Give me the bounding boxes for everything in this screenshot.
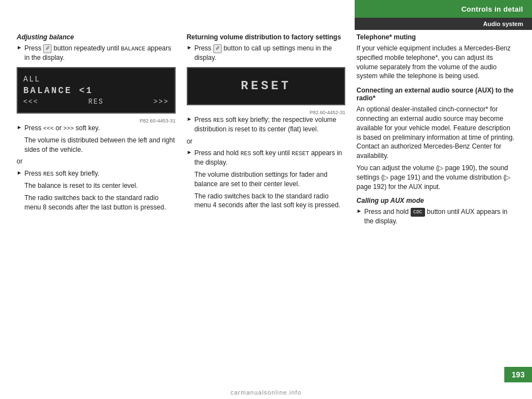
reset-display: RESET — [187, 67, 346, 105]
bullet-arrow-2: ► — [17, 124, 22, 133]
col-aux: Telephone* muting If your vehicle equipm… — [356, 33, 515, 366]
connecting-aux-para2: An optional dealer-installed cinch-conne… — [356, 105, 515, 161]
balance-bullet-1-text: Press ☍ button repeatedly until BALANCE … — [24, 44, 176, 63]
header-bar: Controls in detail — [355, 0, 532, 18]
display-line3: <<< RES >>> — [23, 98, 169, 106]
settings-button-icon: ☍ — [213, 44, 222, 54]
subheader-bar: Audio system — [355, 18, 532, 30]
aux-bullet-arrow-1: ► — [356, 208, 362, 226]
balance-bullet-2: ► Press <<< or >>> soft key. — [17, 124, 176, 133]
balance-bullet-2-text: Press <<< or >>> soft key. — [24, 124, 176, 133]
display-line3-right: >>> — [154, 98, 169, 106]
subheader-subtitle: Audio system — [483, 21, 523, 27]
telephone-muting-title: Telephone* muting — [356, 33, 515, 41]
or-2: or — [187, 137, 346, 146]
bullet-arrow-1: ► — [17, 44, 22, 63]
balance-bullet-1: ► Press ☍ button repeatedly until BALANC… — [17, 44, 176, 63]
reset-subtext1: The volume distribution settings for fad… — [195, 170, 346, 189]
returning-volume-title: Returning volume distribution to factory… — [187, 33, 346, 41]
or-1: or — [17, 157, 176, 166]
watermark: carmanualsonline.info — [231, 389, 301, 396]
cdc-button-icon: CDC — [411, 208, 425, 217]
calling-aux-mode-title: Calling up AUX mode — [356, 197, 515, 204]
bullet-arrow-3: ► — [17, 170, 22, 178]
balance-bullet-3-text: Press RES soft key briefly. — [24, 169, 176, 178]
reset-bullet-3-text: Press and hold RES soft key until RESET … — [195, 149, 346, 167]
reset-bullet-2: ► Press RES soft key briefly; the respec… — [187, 115, 346, 134]
connecting-aux-title: Connecting an external audio source (AUX… — [356, 86, 515, 102]
reset-bullet-2-text: Press RES soft key briefly; the respecti… — [195, 115, 346, 134]
aux-bullet-1: ► Press and hold CDC button until AUX ap… — [356, 207, 515, 226]
display-line1: ALL — [23, 75, 169, 84]
display-photo-label-2: P82.60-4452-31 — [187, 110, 346, 115]
reset-bullet-1-text: Press ☍ button to call up settings menu … — [195, 44, 346, 63]
reset-bullet-1: ► Press ☍ button to call up settings men… — [187, 44, 346, 63]
connecting-aux-para3: You can adjust the volume (▷ page 190), … — [356, 163, 515, 191]
balance-subtext1: The volume is distributed between the le… — [24, 136, 176, 155]
header-title: Controls in detail — [461, 5, 523, 13]
reset-bullet-arrow-1: ► — [187, 44, 192, 63]
display-line2: BALANCE <1 — [23, 86, 169, 96]
reset-bullet-arrow-3: ► — [187, 149, 192, 167]
reset-display-text: RESET — [241, 79, 291, 93]
telephone-para1: If your vehicle equipment includes a Mer… — [356, 44, 515, 81]
reset-subtext2: The radio switches back to the standard … — [195, 192, 346, 211]
display-line3-mid: RES — [89, 98, 104, 106]
page-number-badge: 193 — [504, 367, 532, 382]
main-content: Adjusting balance ► Press ☍ button repea… — [17, 33, 515, 366]
display-photo-label-1: P82.60-4453-31 — [17, 118, 176, 124]
col-adjusting-balance: Adjusting balance ► Press ☍ button repea… — [17, 33, 176, 366]
display-line3-left: <<< — [23, 98, 39, 106]
balance-subtext2: The balance is reset to its center level… — [24, 181, 176, 191]
balance-bullet-3: ► Press RES soft key briefly. — [17, 169, 176, 178]
balance-subtext3: The radio switches back to the standard … — [24, 193, 176, 212]
reset-bullet-3: ► Press and hold RES soft key until RESE… — [187, 149, 346, 167]
reset-bullet-arrow-2: ► — [187, 116, 192, 134]
balance-display: ALL BALANCE <1 <<< RES >>> — [17, 67, 176, 114]
page-number: 193 — [511, 370, 524, 379]
col-returning-volume: Returning volume distribution to factory… — [187, 33, 346, 366]
aux-bullet-1-text: Press and hold CDC button until AUX appe… — [364, 207, 515, 226]
adjusting-balance-title: Adjusting balance — [17, 33, 176, 41]
balance-button-icon: ☍ — [43, 44, 52, 54]
